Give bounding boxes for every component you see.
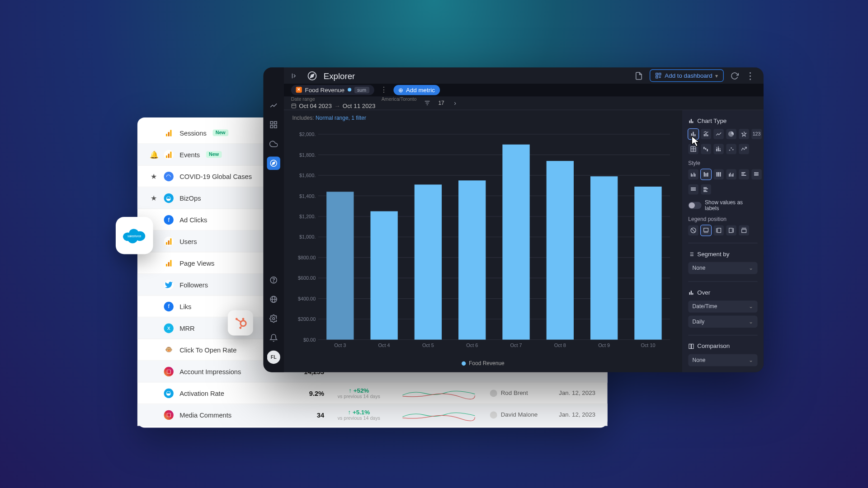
segment-icon (688, 251, 694, 257)
metric-pill-label: Food Revenue (305, 87, 344, 94)
metric-delta: ↑ +52%vs previous 14 days (330, 387, 387, 399)
timezone-control[interactable]: America/Toronto (382, 97, 417, 109)
svg-rect-145 (703, 190, 706, 191)
style-grouped[interactable] (688, 169, 698, 180)
svg-text:Oct 6: Oct 6 (466, 343, 478, 348)
svg-point-110 (731, 147, 731, 148)
over-heading: Over (688, 289, 757, 296)
style-grouped-alt[interactable] (726, 169, 736, 180)
add-metric-button[interactable]: ⊕ Add metric (393, 85, 439, 95)
legend-pos-top[interactable] (739, 225, 749, 236)
date-from: Oct 04 2023 (299, 103, 332, 109)
svg-text:Oct 9: Oct 9 (598, 343, 610, 348)
user-avatar[interactable]: FL (267, 351, 280, 364)
chart-type-sparkline[interactable] (739, 129, 749, 139)
over-select[interactable]: Date/Time⌄ (688, 300, 757, 313)
svg-rect-25 (274, 122, 277, 124)
show-values-toggle[interactable]: Show values as labels (688, 199, 757, 211)
chart-type-area[interactable] (739, 144, 749, 155)
metric-name: BizOps (179, 194, 201, 202)
svg-text:$800.00: $800.00 (298, 255, 316, 260)
legend-label: Food Revenue (469, 360, 505, 366)
metric-name: Followers (179, 281, 208, 288)
svg-rect-112 (691, 173, 692, 176)
document-icon[interactable] (634, 71, 643, 80)
metric-row[interactable]: ◻Media Comments34↑ +5.1%vs previous 14 d… (137, 404, 608, 426)
svg-rect-164 (691, 291, 692, 295)
chart-type-number[interactable]: 123 (751, 129, 762, 139)
metric-name: Page Views (179, 259, 214, 267)
svg-rect-130 (731, 174, 732, 177)
style-horizontal-grouped[interactable] (701, 184, 711, 195)
legend-pos-bottom[interactable] (701, 225, 711, 236)
svg-text:$1,600.: $1,600. (299, 173, 316, 178)
legend-dot-icon (462, 361, 466, 365)
svg-rect-91 (693, 132, 693, 136)
date-range-control[interactable]: Date range Oct 04 2023 → Oct 11 2023 (291, 97, 376, 109)
chart-type-scatter[interactable] (726, 144, 736, 155)
chart-type-table[interactable] (688, 144, 698, 155)
aggregation-badge: sum (354, 87, 369, 94)
chart-type-bar[interactable] (688, 129, 698, 139)
svg-rect-140 (691, 188, 693, 188)
expand-rail-icon[interactable] (290, 71, 299, 80)
svg-rect-144 (703, 188, 708, 189)
chevron-right-icon[interactable]: › (450, 98, 460, 108)
chart-type-funnel[interactable] (713, 144, 724, 155)
chart-type-waterfall[interactable] (701, 144, 711, 155)
segment-select[interactable]: None⌄ (688, 262, 757, 274)
metric-row[interactable]: ◒Activation Rate9.2%↑ +52%vs previous 14… (137, 382, 608, 404)
chart-type-pie[interactable] (726, 129, 736, 139)
style-horizontal-stacked[interactable] (751, 169, 762, 180)
svg-rect-119 (705, 173, 706, 174)
rail-cloud-icon[interactable] (267, 137, 280, 150)
svg-rect-163 (689, 292, 690, 295)
metrics-bar: ✕ Food Revenue sum ⋮ ⊕ Add metric (284, 84, 764, 96)
metric-pill[interactable]: ✕ Food Revenue sum (291, 85, 374, 95)
svg-text:Oct 7: Oct 7 (510, 343, 522, 348)
metric-owner: David Malone (490, 411, 547, 418)
style-horizontal[interactable] (739, 169, 749, 180)
metric-name: MRR (179, 324, 194, 332)
svg-rect-113 (692, 174, 693, 177)
svg-text:$200.00: $200.00 (298, 316, 316, 322)
svg-rect-104 (718, 147, 719, 151)
svg-rect-26 (270, 125, 273, 127)
segment-by-heading: Segment by (688, 251, 757, 258)
svg-point-109 (729, 150, 730, 150)
svg-rect-94 (705, 133, 706, 136)
rail-help-icon[interactable] (267, 273, 280, 286)
metric-value: 34 (276, 411, 325, 418)
style-100pct[interactable] (713, 169, 724, 180)
legend-pos-right[interactable] (726, 225, 736, 236)
svg-marker-38 (310, 74, 314, 77)
hubspot-chip (228, 310, 253, 335)
legend-pos-left[interactable] (713, 225, 724, 236)
side-panel: Chart Type 123 (682, 110, 764, 372)
refresh-icon[interactable] (730, 71, 739, 80)
svg-rect-7 (168, 240, 170, 244)
legend-pos-none[interactable] (688, 225, 698, 236)
svg-rect-128 (729, 174, 730, 177)
filter-icon[interactable] (423, 98, 432, 108)
chart-type-combo[interactable] (701, 129, 711, 139)
rail-globe-icon[interactable] (267, 293, 280, 306)
style-horizontal-100[interactable] (688, 184, 698, 195)
style-stacked[interactable] (701, 169, 711, 180)
includes-link[interactable]: Normal range, 1 filter (316, 115, 366, 121)
metric-pill-more-icon[interactable]: ⋮ (379, 86, 388, 94)
add-to-dashboard-button[interactable]: Add to dashboard ▾ (650, 69, 724, 82)
grain-select[interactable]: Daily⌄ (688, 315, 757, 328)
explorer-icon (307, 70, 317, 81)
more-icon[interactable]: ⋮ (745, 71, 755, 80)
rail-settings-icon[interactable] (267, 312, 280, 325)
chart-type-heading: Chart Type (688, 117, 757, 124)
comparison-select[interactable]: None⌄ (688, 354, 757, 366)
chart-type-line[interactable] (713, 129, 724, 139)
rail-dashboards-icon[interactable] (267, 118, 280, 131)
svg-rect-167 (692, 344, 693, 348)
rail-trends-icon[interactable] (267, 99, 280, 112)
svg-text:$1,000.: $1,000. (299, 234, 316, 239)
rail-explorer-icon[interactable] (267, 157, 280, 170)
rail-notifications-icon[interactable] (267, 331, 280, 344)
